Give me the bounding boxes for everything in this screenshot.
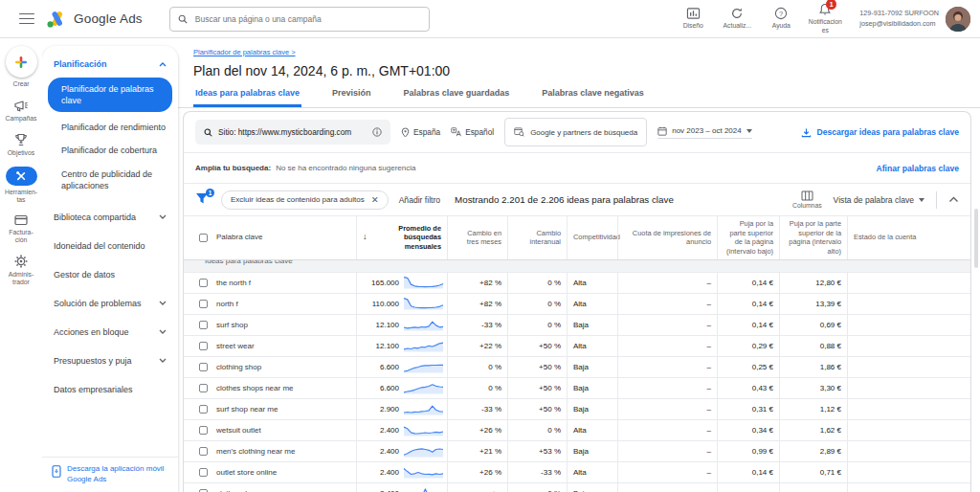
row-checkbox[interactable] — [199, 300, 208, 308]
bid-high-cell: 0,69 € — [779, 315, 847, 335]
global-search[interactable] — [169, 7, 430, 32]
header-cambio-interanual[interactable]: Cambio interanual — [507, 216, 567, 259]
competition-cell: Alta — [567, 336, 617, 356]
keyword-cell: men's clothing near me — [184, 441, 356, 461]
row-checkbox[interactable] — [199, 468, 208, 477]
location-filter[interactable]: España — [401, 127, 440, 138]
vertical-scrollbar[interactable] — [974, 209, 978, 268]
sidebar-group-biblioteca[interactable]: Biblioteca compartida — [42, 203, 178, 232]
design-button[interactable]: Diseño — [674, 7, 712, 30]
table-header: Palabra clave ↓ Promedio de búsquedas me… — [184, 215, 970, 260]
header-cuota-impresiones[interactable]: Cuota de impresiones de anuncio — [617, 216, 717, 259]
rail-item-administrador[interactable]: Adminis- trador — [9, 255, 33, 286]
refresh-button[interactable]: Actualiz... — [718, 7, 756, 30]
avg-searches-value: 2.400 — [361, 489, 399, 492]
avatar[interactable] — [946, 7, 970, 32]
view-selector[interactable]: Vista de palabra clave — [834, 195, 924, 205]
info-icon[interactable] — [372, 127, 382, 137]
close-icon[interactable]: ✕ — [371, 194, 379, 205]
refine-keywords-button[interactable]: Afinar palabras clave — [877, 164, 959, 173]
global-search-input[interactable] — [193, 13, 421, 25]
sidebar-group-gestor-datos[interactable]: Gestor de datos — [42, 260, 178, 289]
header-puja-bajo[interactable]: Puja por la parte superior de la página … — [717, 216, 779, 259]
header-cambio-tres-meses[interactable]: Cambio en tres meses — [447, 216, 507, 259]
rail-item-herramientas[interactable]: Herramien- tas — [5, 167, 37, 204]
keyword-text[interactable]: clothes shops near me — [216, 384, 294, 392]
rail-item-objetivos[interactable]: Objetivos — [8, 133, 34, 157]
site-filter[interactable]: Sitio: https://www.mysticboarding.com — [195, 120, 390, 145]
sidebar-item-planificador-rendimiento[interactable]: Planificador de rendimiento — [42, 116, 178, 139]
rail-label-objetivos: Objetivos — [8, 149, 34, 157]
competition-cell: Baja — [567, 315, 617, 335]
keyword-text[interactable]: street wear — [216, 342, 255, 350]
rail-item-campanas[interactable]: Campañas — [6, 99, 37, 123]
columns-button[interactable]: Columnas — [792, 190, 822, 209]
table-row: cloth maker 2.400 +∞ 0 % Baja – – – — [184, 483, 970, 492]
trend-sparkline — [403, 275, 445, 290]
keyword-text[interactable]: cloth maker — [216, 489, 256, 492]
keyword-text[interactable]: men's clothing near me — [216, 447, 295, 456]
sidebar-item-planificador-palabras-clave[interactable]: Planificador de palabras clave — [48, 78, 172, 112]
select-all-checkbox[interactable] — [199, 234, 208, 242]
keyword-text[interactable]: clothing shop — [216, 363, 261, 371]
sidebar-group-presupuestos[interactable]: Presupuestos y puja — [42, 347, 178, 375]
row-checkbox[interactable] — [199, 426, 208, 435]
menu-icon[interactable] — [19, 13, 34, 25]
create-button[interactable] — [6, 46, 37, 78]
header-competitividad[interactable]: Competitividad — [567, 216, 617, 259]
keyword-text[interactable]: outlet store online — [216, 468, 277, 477]
sidebar-group-acciones-bloque[interactable]: Acciones en bloque — [42, 318, 178, 347]
tab-ideas-palabras-clave[interactable]: Ideas para palabras clave — [193, 88, 301, 107]
keyword-text[interactable]: wetsuit outlet — [216, 426, 261, 435]
competition-cell: Baja — [567, 483, 617, 492]
avg-searches-cell: 2.900 — [356, 399, 447, 419]
three-month-change-cell: +21 % — [447, 441, 507, 461]
rail-item-facturacion[interactable]: Factura- ción — [9, 214, 33, 244]
row-checkbox[interactable] — [199, 489, 208, 492]
rail-label-crear: Crear — [13, 80, 30, 88]
header-estado-cuenta[interactable]: Estado de la cuenta — [847, 216, 970, 259]
row-checkbox[interactable] — [199, 279, 208, 287]
tools-active-pill[interactable] — [6, 167, 37, 186]
add-filter-button[interactable]: Añadir filtro — [399, 195, 440, 205]
account-status-cell — [847, 336, 970, 356]
sidebar-item-planificador-cobertura[interactable]: Planificador de cobertura — [42, 139, 178, 162]
notifications-button[interactable]: 1 Notificacion es — [806, 3, 844, 34]
row-checkbox[interactable] — [199, 447, 208, 456]
header-palabra-clave[interactable]: Palabra clave — [184, 216, 356, 259]
tab-palabras-guardadas[interactable]: Palabras clave guardadas — [402, 88, 512, 107]
sidebar-section-planificacion[interactable]: Planificación — [42, 52, 178, 77]
date-range-filter[interactable]: nov 2023 – oct 2024 — [657, 126, 752, 139]
keyword-text[interactable]: surf shop near me — [216, 405, 278, 414]
help-button[interactable]: ? Ayuda — [762, 7, 800, 30]
sidebar-group-idoneidad[interactable]: Idoneidad del contenido — [42, 232, 178, 260]
row-checkbox[interactable] — [199, 342, 208, 350]
keyword-text[interactable]: north f — [216, 300, 238, 308]
header-puja-alto[interactable]: Puja por la parte superior de la página … — [779, 216, 847, 259]
filter-button[interactable]: 1 — [195, 192, 211, 208]
tab-prevision[interactable]: Previsión — [330, 88, 373, 107]
header-promedio-busquedas[interactable]: ↓ Promedio de búsquedas mensuales — [356, 216, 447, 259]
network-filter[interactable]: Google y partners de búsqueda — [504, 118, 647, 146]
tab-palabras-negativas[interactable]: Palabras clave negativas — [540, 88, 646, 107]
toolbar-right: Columnas Vista de palabra clave — [792, 190, 959, 209]
sidebar-group-solucion-problemas[interactable]: Solución de problemas — [42, 289, 178, 318]
row-checkbox[interactable] — [199, 384, 208, 392]
row-checkbox[interactable] — [199, 363, 208, 371]
download-ideas-button[interactable]: Descargar ideas para palabras clave — [801, 127, 959, 138]
account-menu[interactable]: 129-931-7092 SURFOON josep@visibilidadon… — [859, 7, 970, 32]
download-app-link[interactable]: Descarga la aplicación móvil Google Ads — [42, 457, 178, 492]
keyword-text[interactable]: the north f — [216, 279, 251, 287]
keyword-text[interactable]: surf shop — [216, 321, 248, 329]
sidebar-group-datos-empresariales[interactable]: Datos empresariales — [42, 375, 178, 404]
competition-cell: Alta — [567, 462, 617, 482]
collapse-chevron-up-icon[interactable] — [948, 196, 959, 203]
row-checkbox[interactable] — [199, 405, 208, 414]
filter-chip-exclude-adult[interactable]: Excluir ideas de contenido para adultos … — [221, 190, 389, 210]
sidebar-item-centro-publicidad[interactable]: Centro de publicidad de aplicaciones — [42, 163, 178, 197]
language-filter[interactable]: Español — [451, 127, 494, 137]
breadcrumb[interactable]: Planificador de palabras clave > — [193, 48, 296, 56]
row-checkbox[interactable] — [199, 321, 208, 329]
rail-item-crear[interactable]: Crear — [6, 46, 37, 88]
google-ads-logo[interactable]: Google Ads — [46, 10, 143, 29]
